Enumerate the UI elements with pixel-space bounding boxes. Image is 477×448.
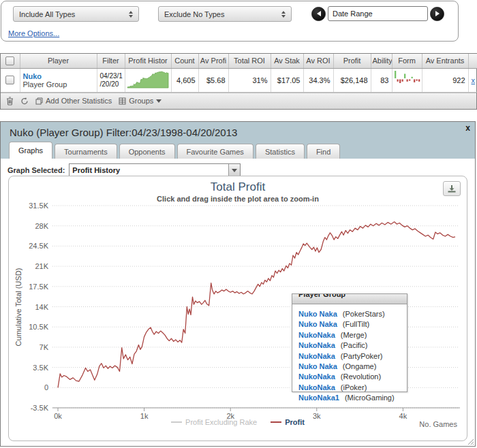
svg-text:10.5K: 10.5K [29, 323, 48, 331]
svg-text:28K: 28K [35, 222, 48, 230]
tab-tournaments[interactable]: Tournaments [55, 144, 117, 159]
player-site-link[interactable]: NukoNaka [298, 383, 335, 393]
spinner-icon [129, 11, 133, 18]
col-av-stak[interactable]: Av Stak [271, 54, 303, 68]
left-arrow-icon [317, 11, 321, 16]
date-next-button[interactable] [430, 7, 444, 21]
include-types-select[interactable]: Include All Types [13, 6, 139, 22]
chart-container[interactable]: Total Profit Click and drag inside the p… [8, 176, 467, 441]
player-site-link[interactable]: NukoNaka [298, 340, 335, 351]
date-range-control: Date Range [311, 5, 444, 22]
col-form[interactable]: Form [392, 54, 422, 68]
exclude-types-select[interactable]: Exclude No Types [158, 6, 292, 22]
panel-title: Nuko (Player Group) Filter:04/23/1998-04… [10, 127, 237, 138]
player-group-box-title: Player Group [292, 294, 407, 298]
filter-line1: 04/23/1 [100, 72, 122, 80]
refresh-icon[interactable] [20, 97, 29, 106]
filter-line2: /20/20 [100, 80, 122, 89]
row-checkbox[interactable] [5, 76, 14, 84]
svg-text:7K: 7K [40, 343, 49, 351]
player-group-box-header[interactable]: Player Group [292, 294, 407, 304]
site-label: (FullTilt) [343, 319, 369, 330]
player-site-link[interactable]: Nuko Naka [298, 319, 337, 330]
player-group-row: Nuko Naka(PokerStars) [298, 309, 401, 319]
tab-statistics[interactable]: Statistics [256, 144, 305, 159]
player-group-row: NukoNaka(Merge) [298, 330, 401, 340]
date-range-input[interactable]: Date Range [328, 6, 428, 21]
panel-header: Nuko (Player Group) Filter:04/23/1998-04… [1, 122, 475, 159]
site-label: (Revolution) [341, 372, 381, 382]
site-label: (PokerStars) [343, 309, 385, 319]
svg-text:21K: 21K [35, 262, 48, 270]
site-label: (Merge) [341, 330, 367, 340]
profit-history-sparkline [127, 70, 169, 89]
add-other-statistics-label: Add Other Statistics [46, 97, 112, 105]
ability-cell: 83 [371, 68, 392, 92]
chart-legend: Profit Excluding RakeProfit [9, 418, 467, 426]
more-options-link[interactable]: More Options... [8, 29, 59, 37]
dropdown-arrow-button[interactable] [228, 164, 240, 176]
svg-text:-3.5K: -3.5K [31, 404, 49, 412]
player-group-row: NukoNaka(PartyPoker) [298, 351, 401, 362]
right-arrow-icon [435, 11, 440, 16]
table-header-row: PlayerFilterProfit HistorCountAv ProfiTo… [1, 54, 477, 68]
col-count[interactable]: Count [171, 54, 198, 68]
form-cell [392, 68, 422, 92]
table-toolbar: Add Other Statistics Groups [1, 93, 476, 109]
profit-history-cell [125, 68, 171, 92]
svg-text:14K: 14K [35, 303, 48, 311]
remove-row-link[interactable]: x [472, 76, 475, 84]
col-av-roi[interactable]: Av ROI [303, 54, 333, 68]
player-name-link[interactable]: Nuko [23, 72, 94, 80]
graph-select-row: Graph Selected: Profit History [7, 163, 241, 177]
panel-close-button[interactable]: x [465, 123, 470, 133]
player-site-link[interactable]: NukoNaka [298, 330, 335, 340]
select-all-checkbox[interactable] [5, 57, 14, 65]
player-site-link[interactable]: Nuko Naka [298, 309, 337, 319]
col-av-entrants[interactable]: Av Entrants [422, 54, 468, 68]
groups-button[interactable]: Groups [119, 97, 161, 105]
site-label: (MicroGaming) [345, 393, 395, 403]
svg-text:24.5K: 24.5K [29, 242, 48, 250]
player-site-link[interactable]: NukoNaka [298, 372, 335, 382]
player-group-row: Nuko Naka(FullTilt) [298, 319, 401, 330]
date-range-placeholder: Date Range [333, 10, 373, 18]
graph-selected-dropdown[interactable]: Profit History [69, 163, 241, 177]
av-stake-cell: $17.05 [271, 68, 303, 92]
player-site-link[interactable]: NukoNaka [298, 351, 335, 362]
tab-favourite-games[interactable]: Favourite Games [177, 144, 253, 159]
player-group-box[interactable]: Player Group Nuko Naka(PokerStars)Nuko N… [292, 293, 407, 392]
legend-swatch [271, 421, 281, 423]
add-other-statistics-button[interactable]: Add Other Statistics [35, 97, 112, 105]
select-all-header [1, 54, 20, 68]
resize-grip[interactable] [467, 438, 474, 445]
col-player[interactable]: Player [20, 54, 97, 68]
player-group-row: NukoNaka1(MicroGaming) [298, 393, 401, 403]
player-group-row: Nuko Naka(Ongame) [298, 362, 401, 372]
total-roi-cell: 31% [228, 68, 271, 92]
legend-label: Profit Excluding Rake [185, 418, 257, 426]
stats-table: PlayerFilterProfit HistorCountAv ProfiTo… [1, 54, 477, 93]
row-close-cell: x [468, 68, 477, 92]
col-total-roi[interactable]: Total ROI [228, 54, 271, 68]
site-label: (Pacific) [341, 340, 368, 351]
tab-graphs[interactable]: Graphs [9, 142, 52, 159]
tab-find[interactable]: Find [307, 144, 340, 159]
trash-icon[interactable] [6, 97, 14, 106]
col-av-profi[interactable]: Av Profi [198, 54, 228, 68]
col-profit-histor[interactable]: Profit Histor [125, 54, 171, 68]
col-close [468, 54, 477, 68]
legend-item-profit[interactable]: Profit [271, 418, 305, 426]
col-ability[interactable]: Ability [371, 54, 392, 68]
table-row: Nuko Player Group 04/23/1 /20/20 4,605 $… [1, 68, 477, 92]
tab-opponents[interactable]: Opponents [119, 144, 175, 159]
col-filter[interactable]: Filter [97, 54, 125, 68]
player-group-label: Player Group [23, 80, 94, 89]
player-site-link[interactable]: Nuko Naka [298, 362, 337, 372]
player-site-link[interactable]: NukoNaka1 [298, 393, 339, 403]
legend-item-profit-excluding-rake[interactable]: Profit Excluding Rake [171, 418, 257, 426]
groups-label: Groups [129, 97, 153, 105]
player-detail-panel: Nuko (Player Group) Filter:04/23/1998-04… [0, 121, 476, 447]
col-profit[interactable]: Profit [333, 54, 371, 68]
date-prev-button[interactable] [311, 7, 326, 21]
